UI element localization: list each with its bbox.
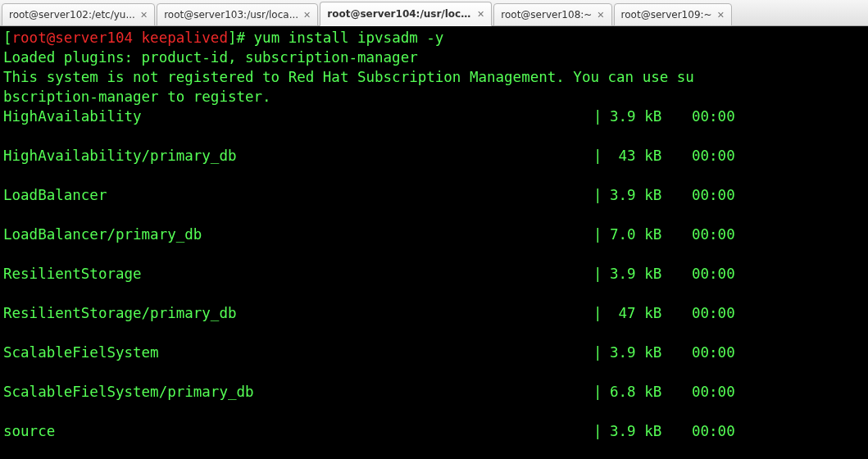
tab-label: root@server109:~ bbox=[621, 9, 712, 20]
repo-size: 7.0 kB bbox=[610, 225, 692, 244]
repo-size: 6.8 kB bbox=[610, 382, 692, 402]
close-icon[interactable]: ✕ bbox=[717, 10, 725, 20]
repo-time: 00:00 bbox=[692, 421, 757, 441]
repo-sep: | bbox=[593, 264, 610, 284]
repo-name: LoadBalancer/primary_db bbox=[3, 225, 593, 244]
tab-label: root@server103:/usr/loca... bbox=[164, 9, 298, 20]
repo-time: 00:00 bbox=[692, 343, 757, 362]
prompt-user: root@server104 keepalived bbox=[12, 30, 228, 46]
tab-server102[interactable]: root@server102:/etc/yu... ✕ bbox=[2, 3, 155, 26]
repo-row: source|3.9 kB00:00 bbox=[3, 421, 865, 441]
repo-row: LoadBalancer/primary_db|7.0 kB00:00 bbox=[3, 225, 865, 244]
close-icon[interactable]: ✕ bbox=[477, 9, 484, 20]
repo-row: ScalableFielSystem/primary_db|6.8 kB00:0… bbox=[3, 382, 865, 402]
repo-size: 3.9 kB bbox=[610, 421, 692, 441]
repo-sep: | bbox=[593, 303, 610, 323]
repo-name: ScalableFielSystem bbox=[3, 343, 593, 362]
repo-size: 43 kB bbox=[610, 146, 692, 166]
output-line: This system is not registered to Red Hat… bbox=[3, 69, 694, 85]
tab-server103[interactable]: root@server103:/usr/loca... ✕ bbox=[157, 3, 318, 26]
close-icon[interactable]: ✕ bbox=[140, 10, 148, 20]
repo-name: ResilientStorage bbox=[3, 264, 593, 284]
repo-name: LoadBalancer bbox=[3, 185, 593, 205]
repo-row: LoadBalancer|3.9 kB00:00 bbox=[3, 185, 865, 205]
repo-sep: | bbox=[593, 185, 610, 205]
repo-name: ResilientStorage/primary_db bbox=[3, 303, 593, 323]
repo-name: source bbox=[3, 421, 593, 441]
repo-row: ResilientStorage/primary_db| 47 kB00:00 bbox=[3, 303, 865, 323]
repo-time: 00:00 bbox=[692, 382, 757, 402]
prompt-close: ]# bbox=[228, 30, 245, 46]
repo-time: 00:00 bbox=[692, 185, 757, 205]
tab-server104[interactable]: root@server104:/usr/loca... ✕ bbox=[320, 2, 492, 26]
output-line: bscription-manager to register. bbox=[3, 89, 271, 105]
repo-time: 00:00 bbox=[692, 146, 757, 166]
repo-row: HighAvailability|3.9 kB00:00 bbox=[3, 107, 865, 126]
prompt-line: [root@server104 keepalived]# yum install… bbox=[3, 30, 443, 46]
repo-size: 3.9 kB bbox=[610, 264, 692, 284]
repo-sep: | bbox=[593, 343, 610, 362]
tab-label: root@server108:~ bbox=[501, 9, 592, 20]
output-line: Loaded plugins: product-id, subscription… bbox=[3, 49, 418, 66]
tab-server109[interactable]: root@server109:~ ✕ bbox=[614, 3, 732, 26]
tab-label: root@server104:/usr/loca... bbox=[327, 8, 472, 20]
tab-server108[interactable]: root@server108:~ ✕ bbox=[493, 3, 611, 26]
repo-sep: | bbox=[593, 225, 610, 244]
repo-sep: | bbox=[593, 107, 610, 126]
prompt-open: [ bbox=[3, 30, 12, 46]
terminal[interactable]: [root@server104 keepalived]# yum install… bbox=[0, 26, 868, 459]
repo-name: ScalableFielSystem/primary_db bbox=[3, 382, 593, 402]
repo-name: HighAvailability bbox=[3, 107, 593, 126]
command-text: yum install ipvsadm -y bbox=[245, 30, 443, 46]
repo-sep: | bbox=[593, 421, 610, 441]
repo-size: 3.9 kB bbox=[610, 107, 692, 126]
tab-bar: root@server102:/etc/yu... ✕ root@server1… bbox=[0, 0, 868, 26]
close-icon[interactable]: ✕ bbox=[303, 10, 311, 20]
close-icon[interactable]: ✕ bbox=[597, 10, 604, 20]
repo-size: 3.9 kB bbox=[610, 343, 692, 362]
repo-time: 00:00 bbox=[692, 303, 757, 323]
repo-size: 47 kB bbox=[610, 303, 692, 323]
repo-size: 3.9 kB bbox=[610, 185, 692, 205]
repo-time: 00:00 bbox=[692, 264, 757, 284]
repo-row: ResilientStorage|3.9 kB00:00 bbox=[3, 264, 865, 284]
repo-name: HighAvailability/primary_db bbox=[3, 146, 593, 166]
repo-sep: | bbox=[593, 146, 610, 166]
repo-row: ScalableFielSystem|3.9 kB00:00 bbox=[3, 343, 865, 362]
repo-row: HighAvailability/primary_db| 43 kB00:00 bbox=[3, 146, 865, 166]
repo-time: 00:00 bbox=[692, 107, 757, 126]
repo-sep: | bbox=[593, 382, 610, 402]
repo-time: 00:00 bbox=[692, 225, 757, 244]
tab-label: root@server102:/etc/yu... bbox=[9, 9, 135, 20]
